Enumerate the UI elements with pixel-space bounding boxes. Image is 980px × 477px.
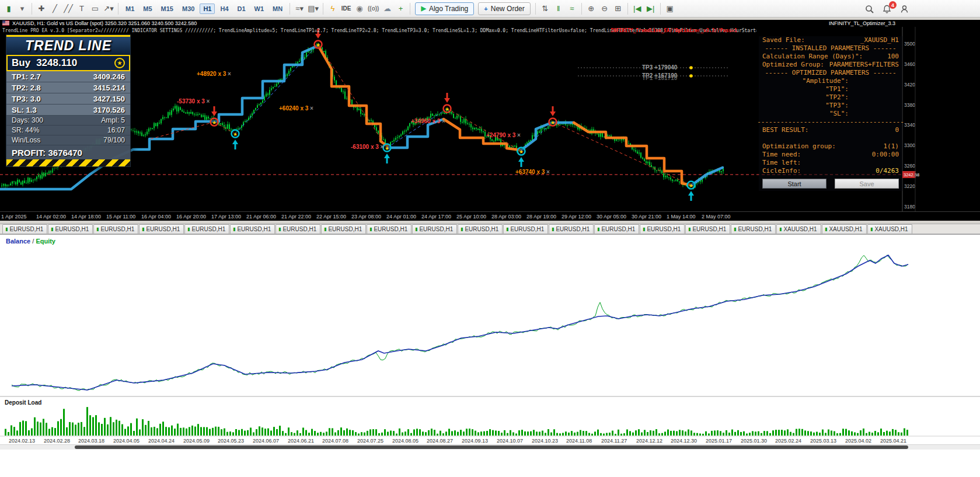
chart-tab-xauusd-h1[interactable]: ▮XAUUSD,H1 bbox=[867, 224, 912, 234]
chart-tab-eurusd-h1[interactable]: ▮EURUSD,H1 bbox=[458, 224, 503, 234]
timeframe-m15[interactable]: M15 bbox=[158, 4, 177, 14]
timeframe-h1[interactable]: H1 bbox=[200, 4, 215, 14]
chart-tab-eurusd-h1[interactable]: ▮EURUSD,H1 bbox=[594, 224, 639, 234]
chart-tab-eurusd-h1[interactable]: ▮EURUSD,H1 bbox=[275, 224, 320, 234]
search-icon[interactable] bbox=[863, 2, 876, 15]
lightning-icon[interactable]: ϟ bbox=[326, 2, 339, 15]
date-axis-label: 2025.02.24 bbox=[775, 438, 801, 444]
date-axis-label: 2024.02.13 bbox=[9, 438, 35, 444]
svg-text:3460: 3460 bbox=[904, 61, 915, 67]
chart-tab-eurusd-h1[interactable]: ▮EURUSD,H1 bbox=[321, 224, 366, 234]
close-icon: × bbox=[442, 118, 445, 124]
cloud-icon[interactable]: ☁ bbox=[381, 2, 393, 15]
chart-tab-eurusd-h1[interactable]: ▮EURUSD,H1 bbox=[48, 224, 93, 234]
zoom-out-icon[interactable]: ⊖ bbox=[598, 2, 611, 15]
chart-tab-eurusd-h1[interactable]: ▮EURUSD,H1 bbox=[685, 224, 730, 234]
chart-tab-eurusd-h1[interactable]: ▮EURUSD,H1 bbox=[184, 224, 229, 234]
text-icon[interactable]: T bbox=[75, 2, 88, 15]
channel-icon[interactable]: ╱╱ bbox=[62, 2, 75, 15]
svg-text:3500: 3500 bbox=[904, 41, 915, 47]
chart-tab-eurusd-h1[interactable]: ▮EURUSD,H1 bbox=[503, 224, 548, 234]
mt5-window: ▮▾✚╱╱╱T▭↗▾M1M5M15M30H1H4D1W1MN≈▾▤▾ϟIDE◉(… bbox=[0, 0, 980, 477]
chart-tab-eurusd-h1[interactable]: ▮EURUSD,H1 bbox=[412, 224, 457, 234]
winloss-value: 79/100 bbox=[103, 136, 125, 144]
tp3-label: TP3: 3.0 bbox=[12, 95, 41, 103]
trendline-panel-title: TREND LINE bbox=[6, 35, 130, 55]
chart-tab-eurusd-h1[interactable]: ▮EURUSD,H1 bbox=[139, 224, 184, 234]
chart-tab-icon: ▮ bbox=[278, 227, 281, 232]
svg-text:3340: 3340 bbox=[904, 122, 915, 128]
timeframe-m30[interactable]: M30 bbox=[179, 4, 198, 14]
tester-panel: Balance / Equity Deposit Load 2024.02.13… bbox=[0, 234, 980, 477]
chart-tab-eurusd-h1[interactable]: ▮EURUSD,H1 bbox=[93, 224, 138, 234]
signals-icon[interactable]: ((o)) bbox=[367, 2, 380, 15]
chart-shift-icon[interactable]: |◀ bbox=[631, 2, 644, 15]
chart-tab-xauusd-h1[interactable]: ▮XAUUSD,H1 bbox=[822, 224, 867, 234]
screenshot-icon[interactable]: ▣ bbox=[664, 2, 676, 15]
crosshair-icon[interactable]: ✚ bbox=[35, 2, 48, 15]
timeframe-mn[interactable]: MN bbox=[269, 4, 286, 14]
chart-type-dropdown-icon[interactable]: ▾ bbox=[16, 2, 29, 15]
user-icon[interactable] bbox=[898, 2, 911, 15]
trendline-icon[interactable]: ╱ bbox=[48, 2, 61, 15]
chart-tab-label: EURUSD,H1 bbox=[283, 226, 316, 232]
timeframe-h4[interactable]: H4 bbox=[217, 4, 232, 14]
chart-titlebar[interactable]: XAUUSD, H1: Gold vs US Dollar (spot) 325… bbox=[0, 20, 980, 27]
chart-tab-eurusd-h1[interactable]: ▮EURUSD,H1 bbox=[731, 224, 776, 234]
main-toolbar: ▮▾✚╱╱╱T▭↗▾M1M5M15M30H1H4D1W1MN≈▾▤▾ϟIDE◉(… bbox=[0, 0, 980, 18]
new-chart-icon[interactable]: ▮ bbox=[2, 2, 15, 15]
sort-icon[interactable]: ⇅ bbox=[539, 2, 552, 15]
close-icon: × bbox=[228, 71, 231, 77]
zoom-in-icon[interactable]: ⊕ bbox=[585, 2, 598, 15]
chart-tab-label: EURUSD,H1 bbox=[692, 226, 726, 232]
toolbar-separator bbox=[627, 3, 628, 15]
chart-tab-eurusd-h1[interactable]: ▮EURUSD,H1 bbox=[2, 224, 47, 234]
date-axis-label: 2024.08.05 bbox=[392, 438, 418, 444]
timeframe-d1[interactable]: D1 bbox=[234, 4, 249, 14]
scrollbar-thumb[interactable] bbox=[75, 445, 908, 449]
ide-icon[interactable]: IDE bbox=[340, 2, 353, 15]
shapes-icon[interactable]: ▭ bbox=[89, 2, 102, 15]
time-axis-label: 21 Apr 22:00 bbox=[281, 214, 311, 220]
start-button[interactable]: Start bbox=[762, 179, 826, 189]
chart-tab-icon: ▮ bbox=[142, 227, 144, 232]
objects-dropdown-icon[interactable]: ↗▾ bbox=[102, 2, 115, 15]
new-order-button-icon: + bbox=[484, 5, 487, 12]
chart-tab-eurusd-h1[interactable]: ▮EURUSD,H1 bbox=[367, 224, 411, 234]
svg-text:★: ★ bbox=[212, 120, 217, 126]
timeframe-m5[interactable]: M5 bbox=[139, 4, 155, 14]
tile-windows-icon[interactable]: ⊞ bbox=[612, 2, 625, 15]
notifications-bell-icon[interactable]: 4 bbox=[880, 2, 893, 15]
time-axis-label: 30 Apr 21:00 bbox=[632, 214, 661, 220]
templates-icon[interactable]: ▤▾ bbox=[306, 2, 320, 15]
chart-tab-icon: ▮ bbox=[506, 227, 508, 232]
chart-tab-eurusd-h1[interactable]: ▮EURUSD,H1 bbox=[640, 224, 685, 234]
pause-icon[interactable]: ‖ bbox=[552, 2, 565, 15]
date-axis-label: 2025.03.13 bbox=[810, 438, 836, 444]
indicators-icon[interactable]: ≈▾ bbox=[293, 2, 306, 15]
chart-tab-eurusd-h1[interactable]: ▮EURUSD,H1 bbox=[230, 224, 275, 234]
new-order-button[interactable]: +New Order bbox=[478, 2, 530, 15]
sr-time-row: SR: 44%16:07 bbox=[6, 126, 130, 135]
notification-badge: 4 bbox=[889, 1, 897, 9]
timeframe-w1[interactable]: W1 bbox=[251, 4, 268, 14]
chart-tab-label: EURUSD,H1 bbox=[191, 226, 225, 232]
chart-tab-label: EURUSD,H1 bbox=[465, 226, 498, 232]
tick-chart-icon[interactable]: ≈ bbox=[566, 2, 578, 15]
timeframe-m1[interactable]: M1 bbox=[122, 4, 138, 14]
chart-tab-xauusd-h1[interactable]: ▮XAUUSD,H1 bbox=[776, 224, 821, 234]
chart-tab-icon: ▮ bbox=[369, 227, 372, 232]
time-axis-label: 1 May 14:00 bbox=[667, 214, 696, 220]
auto-scroll-icon[interactable]: ▶| bbox=[644, 2, 657, 15]
expert-icon[interactable]: ◉ bbox=[353, 2, 366, 15]
symbol-flag-icon bbox=[2, 20, 9, 27]
algo-trading-button[interactable]: ▶Algo Trading bbox=[415, 2, 474, 15]
ampl-label: Ampl: 5 bbox=[101, 116, 125, 124]
chart-tab-eurusd-h1[interactable]: ▮EURUSD,H1 bbox=[549, 224, 594, 234]
horizontal-scrollbar[interactable] bbox=[0, 444, 980, 450]
add-service-icon[interactable]: + bbox=[394, 2, 407, 15]
winloss-row: Win/Loss79/100 bbox=[6, 135, 130, 145]
price-chart[interactable]: ★★★★★★★★+48920 x 3 ×-53730 x 3 ×+60240 x… bbox=[0, 27, 980, 211]
date-axis-label: 2025.04.02 bbox=[845, 438, 871, 444]
save-button[interactable]: Save bbox=[835, 179, 899, 189]
